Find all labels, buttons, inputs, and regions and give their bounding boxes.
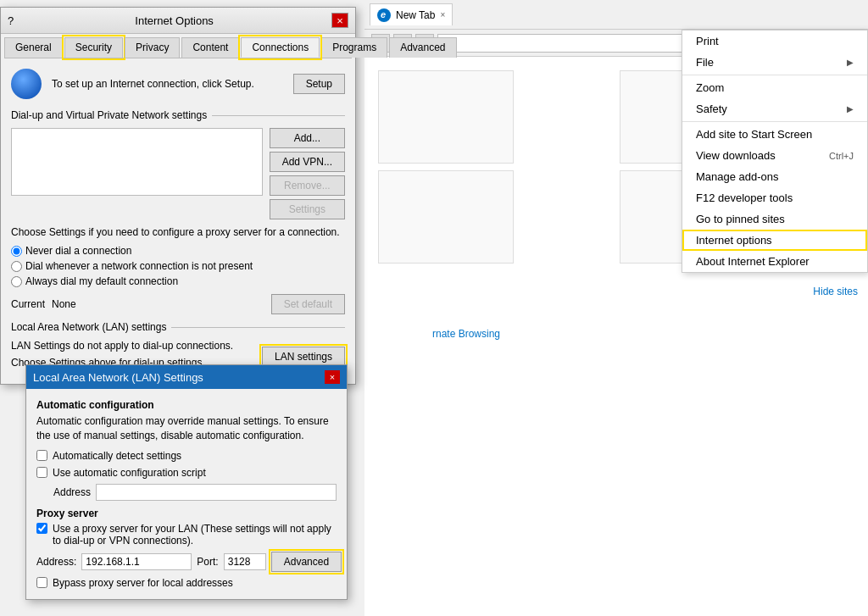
dialog-tabs: General Security Privacy Content Connect…: [1, 34, 355, 58]
dialog-body: To set up an Internet connection, click …: [1, 58, 355, 384]
tab-advanced[interactable]: Advanced: [389, 37, 456, 58]
hide-sites-link[interactable]: Hide sites: [813, 286, 858, 297]
private-browsing-link[interactable]: rnate Browsing: [432, 328, 500, 340]
new-tab[interactable]: New Tab ×: [370, 3, 453, 25]
globe-icon: [11, 69, 42, 99]
ie-icon: [377, 8, 391, 22]
auto-detect-checkbox[interactable]: [36, 450, 47, 461]
ctx-about[interactable]: About Internet Explorer: [682, 251, 867, 272]
config-address-label: Address: [53, 486, 91, 498]
lan-dialog-title-bar[interactable]: Local Area Network (LAN) Settings ×: [26, 365, 347, 389]
internet-options-dialog: ? Internet Options × General Security Pr…: [0, 7, 356, 385]
ctx-file-arrow: ▶: [847, 58, 854, 67]
browser-tab-bar: New Tab ×: [364, 0, 868, 30]
radio-always-input[interactable]: [11, 276, 22, 287]
add-vpn-button[interactable]: Add VPN...: [270, 152, 345, 172]
ctx-pinned[interactable]: Go to pinned sites: [682, 208, 867, 230]
config-address-row: Address: [36, 484, 337, 501]
radio-dial-input[interactable]: [11, 261, 22, 272]
proxy-address-row: Address: Port: Advanced: [36, 552, 337, 572]
none-label: None: [52, 298, 76, 310]
radio-dial-label: Dial whenever a network connection is no…: [25, 260, 253, 272]
auto-config-title: Automatic configuration: [36, 399, 337, 411]
thumb-cell-3: [378, 170, 514, 264]
proxy-use-label: Use a proxy server for your LAN (These s…: [53, 523, 337, 547]
setup-button[interactable]: Setup: [293, 74, 345, 94]
advanced-button[interactable]: Advanced: [271, 552, 342, 572]
ctx-manage-addons-label: Manage add-ons: [696, 170, 779, 183]
tab-close-btn[interactable]: ×: [440, 10, 445, 19]
dialog-close-button[interactable]: ×: [331, 13, 348, 28]
ctx-manage-addons[interactable]: Manage add-ons: [682, 166, 867, 187]
context-menu: Print File ▶ Zoom Safety ▶ Add site to S…: [682, 30, 868, 273]
auto-detect-row: Automatically detect settings: [36, 450, 337, 462]
radio-always-dial: Always dial my default connection: [11, 275, 345, 287]
radio-always-label: Always dial my default connection: [25, 275, 178, 287]
tab-connections[interactable]: Connections: [241, 37, 320, 58]
bypass-checkbox[interactable]: [36, 577, 47, 588]
proxy-use-checkbox[interactable]: [36, 523, 47, 534]
proxy-address-label: Address:: [36, 556, 76, 568]
lan-section-divider: Local Area Network (LAN) settings: [11, 321, 345, 333]
ctx-f12[interactable]: F12 developer tools: [682, 187, 867, 208]
auto-script-row: Use automatic configuration script: [36, 467, 337, 479]
ctx-add-start-label: Add site to Start Screen: [696, 128, 812, 141]
tab-general[interactable]: General: [4, 37, 63, 58]
ctx-f12-label: F12 developer tools: [696, 191, 793, 204]
ctx-view-downloads-label: View downloads: [696, 149, 776, 162]
ctx-add-start[interactable]: Add site to Start Screen: [682, 124, 867, 145]
setup-text: To set up an Internet connection, click …: [52, 78, 283, 90]
vpn-buttons: Add... Add VPN... Remove... Settings: [270, 128, 345, 219]
ctx-about-label: About Internet Explorer: [696, 255, 810, 268]
ctx-view-downloads-shortcut: Ctrl+J: [829, 151, 854, 161]
ctx-zoom[interactable]: Zoom: [682, 77, 867, 98]
ctx-pinned-label: Go to pinned sites: [696, 213, 785, 225]
ctx-view-downloads[interactable]: View downloads Ctrl+J: [682, 145, 867, 166]
settings-button[interactable]: Settings: [270, 199, 345, 219]
vpn-list: [11, 128, 263, 196]
auto-script-label: Use automatic configuration script: [53, 467, 206, 479]
tab-privacy[interactable]: Privacy: [125, 37, 180, 58]
tab-content[interactable]: Content: [181, 37, 239, 58]
ctx-safety-arrow: ▶: [847, 104, 854, 114]
proxy-section-title: Proxy server: [36, 508, 337, 519]
help-button[interactable]: ?: [8, 14, 14, 27]
bypass-label: Bypass proxy server for local addresses: [53, 577, 233, 589]
vpn-section-label: Dial-up and Virtual Private Network sett…: [11, 109, 207, 121]
lan-info1: LAN Settings do not apply to dial-up con…: [11, 340, 233, 352]
auto-detect-label: Automatically detect settings: [53, 450, 181, 462]
radio-never-label: Never dial a connection: [25, 245, 131, 257]
thumb-cell-1: [378, 70, 514, 164]
vpn-area: Add... Add VPN... Remove... Settings: [11, 128, 345, 219]
ctx-file[interactable]: File ▶: [682, 52, 867, 73]
bypass-row: Bypass proxy server for local addresses: [36, 577, 337, 589]
radio-never-input[interactable]: [11, 246, 22, 257]
proxy-port-input[interactable]: [224, 553, 266, 570]
vpn-section-divider: Dial-up and Virtual Private Network sett…: [11, 109, 345, 121]
config-address-input[interactable]: [96, 484, 337, 501]
tab-programs[interactable]: Programs: [321, 37, 387, 58]
lan-section-label: Local Area Network (LAN) settings: [11, 321, 166, 333]
add-button[interactable]: Add...: [270, 128, 345, 148]
dialog-title-bar[interactable]: ? Internet Options ×: [1, 8, 355, 34]
dialog-title-buttons: ×: [331, 13, 348, 28]
ctx-file-label: File: [696, 56, 714, 69]
ctx-safety[interactable]: Safety ▶: [682, 98, 867, 119]
setup-row: To set up an Internet connection, click …: [11, 69, 345, 99]
remove-button[interactable]: Remove...: [270, 175, 345, 196]
tab-title: New Tab: [396, 9, 435, 21]
lan-dialog-title-text: Local Area Network (LAN) Settings: [33, 371, 203, 384]
tab-security[interactable]: Security: [64, 37, 123, 58]
radio-dial-when: Dial whenever a network connection is no…: [11, 260, 345, 272]
lan-divider-line: [171, 327, 345, 328]
ctx-safety-label: Safety: [696, 103, 727, 115]
proxy-port-label: Port:: [197, 556, 218, 568]
ctx-zoom-label: Zoom: [696, 81, 724, 94]
ctx-print[interactable]: Print: [682, 31, 867, 52]
ctx-internet-options[interactable]: Internet options: [682, 230, 867, 251]
proxy-address-input[interactable]: [81, 553, 192, 570]
auto-script-checkbox[interactable]: [36, 467, 47, 478]
lan-dialog-close-button[interactable]: ×: [325, 370, 340, 384]
set-default-button[interactable]: Set default: [271, 294, 345, 314]
ctx-sep-2: [682, 121, 867, 122]
